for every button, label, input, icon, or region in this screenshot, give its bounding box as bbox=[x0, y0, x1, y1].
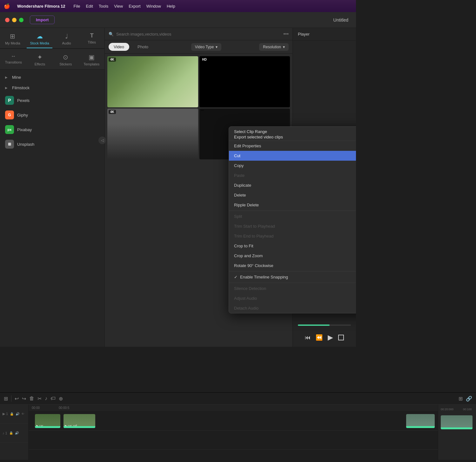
ctx-trim-end: Trim End to Playhead ⌥ ] bbox=[229, 231, 356, 241]
filter-photo-tab[interactable]: Photo bbox=[132, 43, 153, 51]
maximize-window-button[interactable] bbox=[19, 18, 23, 22]
badge-4k-2: 4K bbox=[109, 110, 116, 114]
close-window-button[interactable] bbox=[5, 18, 10, 22]
ctx-enable-snapping[interactable]: ✓ Enable Timeline Snapping bbox=[229, 272, 356, 282]
sidebar-item-pexels[interactable]: P Pexels bbox=[0, 93, 104, 108]
player-progress-bar[interactable] bbox=[298, 325, 351, 326]
pexels-icon: P bbox=[5, 96, 14, 105]
sidebar-mine-label: Mine bbox=[12, 75, 21, 80]
audio-icon: ♩ bbox=[65, 32, 68, 40]
ctx-separator-3 bbox=[229, 283, 356, 283]
ctx-copy[interactable]: Copy ⌘ C bbox=[229, 161, 356, 171]
context-menu-header: Select Clip Range Export selected video … bbox=[229, 127, 356, 141]
ctx-trim-end-label: Trim End to Playhead bbox=[234, 234, 274, 238]
context-menu-header-content: Select Clip Range Export selected video … bbox=[234, 129, 283, 139]
ctx-crop-to-fit-label: Crop to Fit bbox=[234, 244, 253, 248]
frame-back-button[interactable]: ⏪ bbox=[316, 334, 323, 341]
media-thumb-3[interactable]: 4K bbox=[107, 109, 198, 160]
menu-view[interactable]: View bbox=[114, 4, 123, 9]
ctx-delete[interactable]: Delete ⌫ bbox=[229, 190, 356, 200]
tab-stickers[interactable]: ⊙ Stickers bbox=[55, 51, 77, 69]
ctx-split: Split ⌘ B bbox=[229, 211, 356, 221]
tab-bar-2: ↔ Transitions ✦ Effects ⊙ Stickers ▣ Tem… bbox=[0, 49, 104, 70]
search-input[interactable] bbox=[116, 32, 281, 37]
checkmark-icon: ✓ bbox=[234, 275, 238, 279]
media-thumb-2[interactable]: HD bbox=[199, 56, 290, 107]
filter-video-tab[interactable]: Video bbox=[109, 43, 129, 51]
sidebar-item-filmstock[interactable]: ▶ Filmstock bbox=[0, 83, 104, 93]
tab-stock-media[interactable]: ☁ Stock Media bbox=[27, 30, 52, 48]
more-options-button[interactable]: ••• bbox=[283, 31, 289, 37]
tab-titles[interactable]: T Titles bbox=[81, 30, 103, 48]
ctx-crop-to-fit[interactable]: Crop to Fit ⌘ F bbox=[229, 241, 356, 251]
player-header: Player bbox=[293, 28, 356, 41]
sidebar-item-giphy[interactable]: G Giphy bbox=[0, 108, 104, 122]
transitions-icon: ↔ bbox=[11, 53, 16, 59]
badge-hd-2 bbox=[201, 110, 204, 110]
tab-effects[interactable]: ✦ Effects bbox=[29, 51, 51, 69]
import-button[interactable]: Import bbox=[30, 16, 55, 24]
app-name: Wondershare Filmora 12 bbox=[17, 4, 65, 9]
stop-button[interactable] bbox=[338, 335, 344, 340]
context-menu-title: Select Clip Range bbox=[234, 129, 283, 134]
menu-edit[interactable]: Edit bbox=[86, 4, 93, 9]
sidebar-item-pixabay[interactable]: px Pixabay bbox=[0, 122, 104, 137]
titles-icon: T bbox=[90, 32, 94, 39]
resolution-dropdown[interactable]: Resolution ▾ bbox=[259, 43, 289, 51]
collapse-sidebar-button[interactable]: ◁ bbox=[98, 137, 106, 144]
menu-tools[interactable]: Tools bbox=[99, 4, 108, 9]
ctx-edit-properties[interactable]: Edit Properties ⌥ E bbox=[229, 141, 356, 151]
search-bar: 🔍 ••• bbox=[105, 28, 292, 40]
badge-4k-1: 4K bbox=[109, 57, 116, 62]
main-layout: ⊞ My Media ☁ Stock Media ♩ Audio T Title… bbox=[0, 28, 356, 347]
pixabay-icon: px bbox=[5, 125, 14, 134]
menu-bar: 🍎 Wondershare Filmora 12 File Edit Tools… bbox=[0, 0, 356, 12]
ctx-crop-and-zoom[interactable]: Crop and Zoom ⌥ C bbox=[229, 251, 356, 261]
ctx-crop-and-zoom-label: Crop and Zoom bbox=[234, 253, 263, 258]
menu-export[interactable]: Export bbox=[129, 4, 141, 9]
ctx-silence-detection: Silence Detection bbox=[229, 284, 356, 293]
sidebar-item-mine[interactable]: ▶ Mine bbox=[0, 72, 104, 83]
tab-templates[interactable]: ▣ Templates bbox=[80, 51, 103, 69]
giphy-icon: G bbox=[5, 110, 14, 119]
tab-my-media[interactable]: ⊞ My Media bbox=[2, 30, 24, 48]
sidebar-item-unsplash[interactable]: ⊞ Unsplash bbox=[0, 137, 104, 151]
ctx-detach-audio-label: Detach Audio bbox=[234, 306, 258, 311]
chevron-down-icon: ▾ bbox=[216, 45, 218, 49]
ctx-enable-snapping-label: Enable Timeline Snapping bbox=[240, 275, 288, 279]
sidebar-pixabay-label: Pixabay bbox=[17, 127, 32, 132]
ctx-silence-detection-label: Silence Detection bbox=[234, 286, 266, 291]
play-button[interactable]: ▶ bbox=[328, 333, 333, 342]
video-type-dropdown[interactable]: Video Type ▾ bbox=[191, 43, 222, 51]
ctx-cut-label: Cut bbox=[234, 153, 240, 158]
ctx-separator-1 bbox=[229, 211, 356, 211]
tab-templates-label: Templates bbox=[84, 62, 99, 66]
stickers-icon: ⊙ bbox=[63, 53, 68, 61]
ctx-ripple-delete[interactable]: Ripple Delete ⇧ ⌫ bbox=[229, 200, 356, 210]
ctx-adjust-audio: Adjust Audio bbox=[229, 293, 356, 303]
step-back-button[interactable]: ⏮ bbox=[305, 334, 311, 341]
menu-window[interactable]: Window bbox=[146, 4, 161, 9]
context-menu-subtitle: Export selected video clips bbox=[234, 135, 283, 139]
menu-help[interactable]: Help bbox=[167, 4, 175, 9]
ctx-rotate-90-label: Rotate 90° Clockwise bbox=[234, 263, 273, 268]
ctx-ripple-delete-label: Ripple Delete bbox=[234, 203, 259, 207]
ctx-rotate-90[interactable]: Rotate 90° Clockwise ⌥ ⌘ ▶ bbox=[229, 261, 356, 271]
chevron-right-icon-filmstock: ▶ bbox=[5, 86, 8, 90]
tab-stock-media-label: Stock Media bbox=[30, 41, 49, 45]
tab-transitions[interactable]: ↔ Transitions bbox=[2, 51, 25, 69]
badge-hd-1: HD bbox=[201, 57, 208, 62]
sidebar-filmstock-label: Filmstock bbox=[12, 85, 30, 90]
tab-audio[interactable]: ♩ Audio bbox=[56, 30, 78, 48]
apple-logo-icon: 🍎 bbox=[4, 3, 10, 9]
ctx-adjust-audio-label: Adjust Audio bbox=[234, 296, 257, 301]
ctx-cut[interactable]: Cut ⌘ X bbox=[229, 151, 356, 161]
ctx-paste: Paste ⌘ V bbox=[229, 171, 356, 180]
minimize-window-button[interactable] bbox=[12, 18, 17, 22]
tab-my-media-label: My Media bbox=[5, 41, 20, 45]
ctx-duplicate[interactable]: Duplicate ⌘ D bbox=[229, 180, 356, 190]
traffic-lights bbox=[5, 18, 23, 22]
ctx-split-label: Split bbox=[234, 214, 242, 219]
menu-file[interactable]: File bbox=[73, 4, 80, 9]
media-thumb-1[interactable]: 4K bbox=[107, 56, 198, 107]
